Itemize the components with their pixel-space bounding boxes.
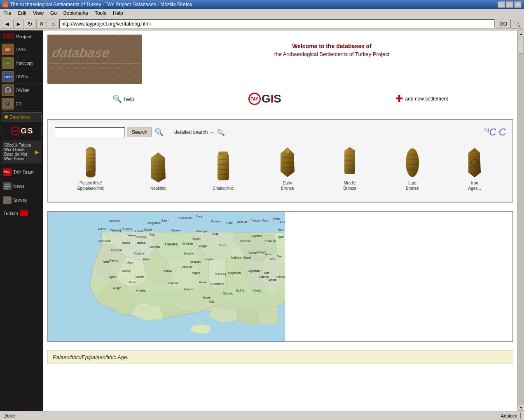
scroll-thumb[interactable]	[518, 37, 524, 54]
gis-sidebar-button[interactable]: TAY GIS	[2, 125, 42, 137]
wordbase-line2: Word Base	[4, 147, 31, 152]
svg-text:Uşak: Uşak	[126, 261, 133, 264]
header-section: database Welcome to the databases of the…	[47, 35, 513, 84]
team-button[interactable]: TAY TAY Team	[2, 167, 42, 177]
svg-text:Sakarya: Sakarya	[136, 236, 147, 239]
early-bronze-artifact	[279, 146, 296, 179]
sidebar-item-task[interactable]: TASK	[0, 43, 43, 56]
carbon-c-letter: C	[499, 126, 506, 138]
gis-main-link[interactable]: TAY GIS	[248, 92, 281, 105]
svg-text:İstanbul: İstanbul	[122, 227, 133, 231]
menu-help[interactable]: Help	[111, 10, 125, 16]
sidebar-item-tayex[interactable]: TAYEx TAYEx	[0, 70, 43, 84]
svg-text:Tekirdağ: Tekirdağ	[110, 229, 121, 232]
period-iron-ages[interactable]: IronAges...	[466, 146, 483, 191]
search-button[interactable]: Search	[127, 127, 152, 137]
period-neolithic[interactable]: Neolithic	[149, 152, 168, 191]
svg-text:Yalova: Yalova	[127, 234, 136, 237]
news-label: News	[13, 184, 25, 189]
svg-point-51	[285, 149, 290, 153]
add-icon: ✚	[395, 93, 403, 104]
search-toolbar-icon[interactable]: 🔍	[512, 19, 522, 29]
address-input[interactable]	[61, 21, 493, 27]
menu-view[interactable]: View	[31, 10, 45, 16]
back-button[interactable]: ◄	[2, 19, 12, 29]
svg-rect-6	[5, 60, 11, 61]
gis-circle: TAY	[248, 93, 261, 105]
forward-button[interactable]: ►	[13, 19, 24, 29]
news-button[interactable]: News	[2, 181, 42, 191]
period-chalcolithic[interactable]: Chalcolithic	[213, 152, 234, 191]
menu-tools[interactable]: Tools	[93, 10, 108, 16]
banner-svg: database	[47, 35, 142, 84]
svg-text:Sivas: Sivas	[219, 244, 226, 247]
svg-text:Manisa: Manisa	[109, 259, 119, 262]
svg-text:Denizli: Denizli	[122, 269, 131, 272]
menu-bookmarks[interactable]: Bookmarks	[62, 10, 90, 16]
help-link[interactable]: 🔍 help	[112, 94, 134, 103]
svg-text:Hakkari: Hakkari	[276, 275, 285, 278]
task-label: TASK	[16, 47, 26, 52]
map-section: Kırklareli Edirne Tekirdağ İstanbul Koca…	[47, 211, 513, 342]
menu-go[interactable]: Go	[49, 10, 58, 16]
period-early-bronze[interactable]: EarlyBronze	[279, 146, 296, 191]
svg-text:Balıkesir: Balıkesir	[111, 249, 122, 252]
sidebar-item-cd[interactable]: CD	[0, 97, 43, 111]
menu-file[interactable]: File	[2, 10, 13, 16]
menubar: File Edit View Go Bookmarks Tools Help	[0, 9, 524, 17]
adblock-button[interactable]: Adblock	[497, 413, 521, 419]
tay-logo: TAY Project	[2, 33, 41, 40]
minimize-button[interactable]: _	[498, 1, 505, 8]
period-palaeolithic[interactable]: Palaeolithic/Epipalaeolithic	[77, 146, 104, 191]
detailed-search-icon: 🔍	[217, 128, 225, 136]
svg-text:Tunceli: Tunceli	[248, 251, 258, 254]
svg-text:Batman: Batman	[259, 275, 269, 278]
team-label: TAY Team	[13, 170, 33, 175]
svg-text:Samsun: Samsun	[211, 220, 222, 223]
svg-text:Kırşehir: Kırşehir	[184, 252, 194, 255]
svg-text:Niğde: Niğde	[192, 271, 200, 275]
turkish-button[interactable]: Turkish	[2, 209, 42, 218]
stop-button[interactable]: ✕	[36, 19, 47, 29]
home-button[interactable]: ⌂	[48, 19, 58, 29]
menu-edit[interactable]: Edit	[16, 10, 28, 16]
period-middle-bronze[interactable]: MiddleBronze	[341, 146, 358, 191]
reload-button[interactable]: ↻	[25, 19, 35, 29]
svg-text:Sinop: Sinop	[196, 215, 203, 218]
svg-text:Malatya: Malatya	[231, 256, 241, 259]
titlebar-buttons[interactable]: _ □ ✕	[498, 1, 522, 8]
survey-button[interactable]: Survey	[2, 195, 42, 205]
scroll-track[interactable]	[518, 37, 524, 404]
period-late-bronze[interactable]: LateBronze	[404, 146, 421, 191]
svg-point-61	[406, 148, 419, 177]
gis-sidebar-circle: TAY	[11, 126, 20, 135]
svg-text:Diyarbakır: Diyarbakır	[248, 269, 262, 273]
svg-text:Mersin: Mersin	[184, 288, 193, 291]
database-button[interactable]: Data base	[2, 112, 42, 121]
svg-text:Adıyaman: Adıyaman	[228, 271, 241, 275]
svg-text:database: database	[51, 45, 111, 60]
go-button[interactable]: GO	[496, 19, 511, 28]
scrollbar[interactable]: ▲ ▼	[517, 30, 524, 411]
add-settlement-link[interactable]: ✚ add new settlement	[395, 93, 448, 104]
close-button[interactable]: ✕	[514, 1, 522, 8]
scroll-up-button[interactable]: ▲	[518, 30, 524, 37]
turkey-map[interactable]: Kırklareli Edirne Tekirdağ İstanbul Koca…	[48, 212, 285, 341]
toolbar: ◄ ► ↻ ✕ ⌂ GO 🔍	[0, 17, 524, 30]
search-icon: 🔍	[154, 128, 164, 137]
search-input[interactable]	[55, 127, 125, 137]
svg-text:Burdur: Burdur	[129, 281, 138, 284]
detailed-search-link[interactable]: detailed search →	[174, 129, 214, 135]
search-section: Search 🔍 detailed search → 🔍 14C C	[47, 119, 513, 203]
help-label: help	[124, 96, 134, 102]
sidebar-item-taynet[interactable]: TAYNet	[0, 84, 43, 97]
turkish-label: Turkish	[3, 211, 18, 216]
svg-point-34	[86, 171, 96, 177]
svg-text:Giresun: Giresun	[237, 220, 247, 223]
status-text: Done	[3, 413, 15, 419]
gis-main-text: GIS	[262, 92, 281, 105]
sidebar-item-hardcopy[interactable]: Hardcopy	[0, 56, 43, 70]
maximize-button[interactable]: □	[506, 1, 513, 8]
wordbase-section[interactable]: Sözcük Tabanı Word Base Base de Mot Wort…	[2, 140, 42, 163]
scroll-down-button[interactable]: ▼	[518, 404, 524, 411]
